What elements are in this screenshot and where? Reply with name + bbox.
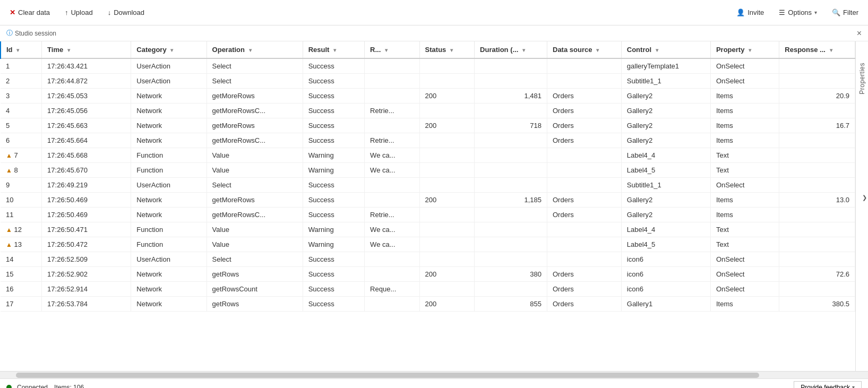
cell-control: Gallery2 xyxy=(621,118,710,133)
upload-icon: ↑ xyxy=(65,8,68,16)
table-container[interactable]: Id ▾ Time ▾ Category ▾ Operation ▾ Resul… xyxy=(0,41,855,371)
cell-control: Label4_5 xyxy=(621,163,710,178)
cell-category: Network xyxy=(131,208,207,222)
provide-feedback-button[interactable]: Provide feedback ▾ xyxy=(794,381,862,389)
col-header-datasource[interactable]: Data source ▾ xyxy=(547,41,622,58)
horizontal-scrollbar[interactable] xyxy=(0,371,868,378)
cell-r: Retrie... xyxy=(365,104,419,118)
cell-duration xyxy=(475,208,547,222)
toolbar: ✕ Clear data ↑ Upload ↓ Download 👤 Invit… xyxy=(0,0,868,25)
sort-icon-result: ▾ xyxy=(333,47,336,53)
col-header-response[interactable]: Response ... ▾ xyxy=(779,41,855,58)
col-header-result[interactable]: Result ▾ xyxy=(303,41,364,58)
clear-data-button[interactable]: ✕ Clear data xyxy=(6,6,53,19)
cell-status: 200 xyxy=(419,297,474,312)
cell-response xyxy=(779,163,855,178)
options-button[interactable]: ☰ Options ▾ xyxy=(776,6,820,19)
cell-datasource: Orders xyxy=(547,133,622,148)
cell-operation: Value xyxy=(207,237,303,252)
table-row[interactable]: ▲ 8 17:26:45.670 Function Value Warning … xyxy=(1,163,855,178)
cell-id: 3 xyxy=(1,89,42,104)
download-icon: ↓ xyxy=(108,8,111,16)
cell-status xyxy=(419,178,474,193)
table-row[interactable]: 6 17:26:45.664 Network getMoreRowsC... S… xyxy=(1,133,855,148)
warning-icon: ▲ xyxy=(6,167,12,174)
table-row[interactable]: 1 17:26:43.421 UserAction Select Success… xyxy=(1,58,855,74)
table-row[interactable]: 3 17:26:45.053 Network getMoreRows Succe… xyxy=(1,89,855,104)
sort-icon-response: ▾ xyxy=(830,47,832,53)
cell-operation: Value xyxy=(207,222,303,237)
chevron-down-icon: ▾ xyxy=(814,10,817,15)
table-row[interactable]: 17 17:26:53.784 Network getRows Success … xyxy=(1,297,855,312)
cell-result: Success xyxy=(303,297,364,312)
table-row[interactable]: ▲ 13 17:26:50.472 Function Value Warning… xyxy=(1,237,855,252)
cell-control: Gallery2 xyxy=(621,193,710,208)
cell-result: Success xyxy=(303,208,364,222)
col-header-operation[interactable]: Operation ▾ xyxy=(207,41,303,58)
table-row[interactable]: 15 17:26:52.902 Network getRows Success … xyxy=(1,267,855,282)
col-header-time[interactable]: Time ▾ xyxy=(42,41,131,58)
table-row[interactable]: 9 17:26:49.219 UserAction Select Success… xyxy=(1,178,855,193)
cell-time: 17:26:45.663 xyxy=(42,118,131,133)
cell-duration xyxy=(475,222,547,237)
table-row[interactable]: 4 17:26:45.056 Network getMoreRowsC... S… xyxy=(1,104,855,118)
cell-control: icon6 xyxy=(621,267,710,282)
cell-response xyxy=(779,74,855,89)
cell-status xyxy=(419,282,474,297)
cell-operation: getMoreRows xyxy=(207,193,303,208)
cell-result: Success xyxy=(303,193,364,208)
cell-time: 17:26:52.914 xyxy=(42,282,131,297)
cell-control: Subtitle1_1 xyxy=(621,74,710,89)
col-header-status[interactable]: Status ▾ xyxy=(419,41,474,58)
col-header-category[interactable]: Category ▾ xyxy=(131,41,207,58)
cell-datasource: Orders xyxy=(547,282,622,297)
cell-r: Retrie... xyxy=(365,208,419,222)
sort-icon-category: ▾ xyxy=(170,47,173,53)
options-icon: ☰ xyxy=(779,8,785,16)
table-row[interactable]: 5 17:26:45.663 Network getMoreRows Succe… xyxy=(1,118,855,133)
cell-property: Text xyxy=(710,148,779,163)
filter-button[interactable]: 🔍 Filter xyxy=(829,6,862,19)
table-row[interactable]: 14 17:26:52.509 UserAction Select Succes… xyxy=(1,252,855,267)
sort-icon-r: ▾ xyxy=(385,47,388,53)
cell-operation: getMoreRowsC... xyxy=(207,208,303,222)
warning-icon: ▲ xyxy=(6,152,12,159)
properties-panel[interactable]: Properties ❯ xyxy=(855,41,868,371)
col-header-duration[interactable]: Duration (... ▾ xyxy=(475,41,547,58)
table-row[interactable]: 10 17:26:50.469 Network getMoreRows Succ… xyxy=(1,193,855,208)
cell-id: 16 xyxy=(1,282,42,297)
table-row[interactable]: 11 17:26:50.469 Network getMoreRowsC... … xyxy=(1,208,855,222)
cell-status xyxy=(419,163,474,178)
cell-time: 17:26:45.053 xyxy=(42,89,131,104)
cell-status xyxy=(419,133,474,148)
col-header-id[interactable]: Id ▾ xyxy=(1,41,42,58)
scroll-thumb[interactable] xyxy=(16,373,759,378)
col-header-control[interactable]: Control ▾ xyxy=(621,41,710,58)
col-header-property[interactable]: Property ▾ xyxy=(710,41,779,58)
table-row[interactable]: 16 17:26:52.914 Network getRowsCount Suc… xyxy=(1,282,855,297)
cell-id: 5 xyxy=(1,118,42,133)
table-row[interactable]: ▲ 7 17:26:45.668 Function Value Warning … xyxy=(1,148,855,163)
cell-status: 200 xyxy=(419,118,474,133)
session-close-button[interactable]: × xyxy=(857,29,862,38)
cell-operation: Select xyxy=(207,252,303,267)
table-row[interactable]: ▲ 12 17:26:50.471 Function Value Warning… xyxy=(1,222,855,237)
cell-time: 17:26:45.664 xyxy=(42,133,131,148)
cell-response xyxy=(779,178,855,193)
cell-duration xyxy=(475,148,547,163)
table-row[interactable]: 2 17:26:44.872 UserAction Select Success… xyxy=(1,74,855,89)
cell-property: OnSelect xyxy=(710,58,779,74)
cell-category: Network xyxy=(131,267,207,282)
sort-icon-id: ▾ xyxy=(16,47,19,53)
session-bar: ⓘ Studio session × xyxy=(0,25,868,41)
invite-button[interactable]: 👤 Invite xyxy=(733,6,767,19)
cell-duration xyxy=(475,163,547,178)
cell-id: 14 xyxy=(1,252,42,267)
download-button[interactable]: ↓ Download xyxy=(105,6,148,19)
cell-operation: getMoreRows xyxy=(207,89,303,104)
cell-category: Function xyxy=(131,237,207,252)
cell-property: OnSelect xyxy=(710,282,779,297)
col-header-r[interactable]: R... ▾ xyxy=(365,41,419,58)
cell-category: Network xyxy=(131,118,207,133)
upload-button[interactable]: ↑ Upload xyxy=(62,6,96,19)
